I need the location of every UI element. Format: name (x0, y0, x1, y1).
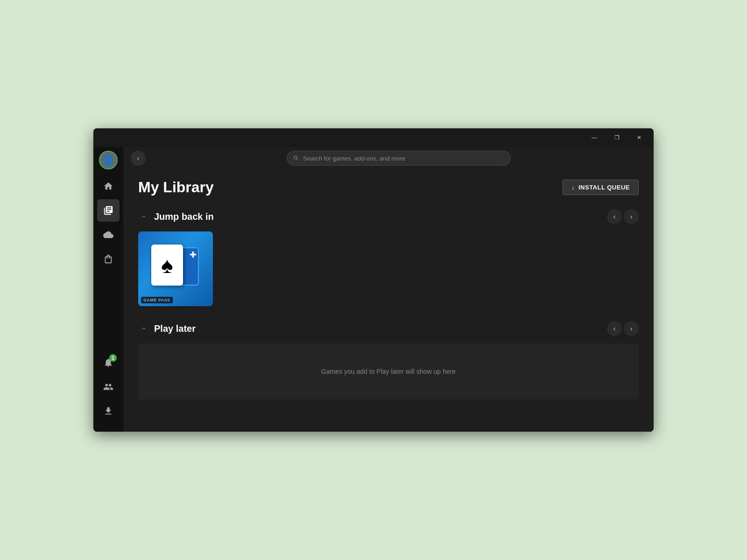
maximize-button[interactable]: ❐ (606, 130, 627, 145)
minimize-button[interactable]: — (584, 130, 605, 145)
search-bar[interactable]: Search for games, add-ons, and more (287, 151, 511, 166)
sidebar-item-store[interactable] (97, 248, 120, 270)
section-title-group-jump: Jump back in (138, 211, 214, 222)
library-icon (103, 205, 113, 216)
header-bar: ‹ Search for games, add-ons, and more (123, 147, 654, 169)
play-later-empty-message: Games you add to Play later will show up… (321, 368, 456, 375)
section-nav-play-later: ‹ › (607, 321, 639, 336)
collapse-jump-button[interactable] (138, 211, 149, 222)
sidebar-item-notifications[interactable]: 1 (97, 351, 120, 374)
sidebar-item-cloud[interactable] (97, 224, 120, 246)
collapse-play-later-button[interactable] (138, 323, 149, 334)
play-later-title: Play later (154, 323, 196, 334)
next-play-later-button[interactable]: › (624, 321, 639, 336)
main-content: My Library ↓ INSTALL QUEUE (123, 169, 654, 432)
home-icon (103, 181, 113, 191)
back-icon: ‹ (137, 154, 140, 162)
game-card-solitaire[interactable]: ✚ ♠ GAME PASS (138, 231, 213, 306)
section-header-play-later: Play later ‹ › (138, 321, 639, 336)
app-window: — ❐ ✕ 👤 (93, 128, 654, 432)
sidebar-item-library[interactable] (97, 199, 120, 222)
page-header: My Library ↓ INSTALL QUEUE (138, 179, 639, 196)
card-white-front: ♠ (151, 245, 183, 286)
avatar-image: 👤 (100, 152, 117, 168)
solitaire-artwork: ✚ ♠ (138, 231, 213, 306)
games-row-jump: ✚ ♠ GAME PASS (138, 231, 639, 306)
title-bar: — ❐ ✕ (93, 128, 654, 147)
install-queue-label: INSTALL QUEUE (578, 184, 630, 191)
search-placeholder: Search for games, add-ons, and more (303, 155, 405, 162)
app-body: 👤 (93, 147, 654, 432)
back-button[interactable]: ‹ (131, 151, 146, 166)
friends-icon (103, 382, 113, 392)
close-button[interactable]: ✕ (628, 130, 650, 145)
next-jump-button[interactable]: › (624, 209, 639, 224)
spade-symbol: ♠ (161, 252, 173, 278)
install-queue-icon: ↓ (571, 184, 575, 191)
sidebar-top: 👤 (97, 151, 120, 351)
sidebar-item-home[interactable] (97, 175, 120, 197)
sidebar-item-friends[interactable] (97, 376, 120, 398)
title-bar-controls: — ❐ ✕ (584, 130, 650, 145)
play-later-empty-state: Games you add to Play later will show up… (138, 343, 639, 399)
store-icon (103, 254, 113, 264)
sidebar-bottom: 1 (97, 351, 120, 428)
collapse-play-later-icon (141, 325, 147, 332)
content-area: ‹ Search for games, add-ons, and more My… (123, 147, 654, 432)
next-play-later-icon: › (630, 325, 633, 332)
play-later-section: Play later ‹ › Games you add to Pl (138, 321, 639, 399)
section-header-jump: Jump back in ‹ › (138, 209, 639, 224)
page-title: My Library (138, 179, 214, 196)
prev-jump-button[interactable]: ‹ (607, 209, 622, 224)
cloud-icon (103, 230, 113, 240)
user-avatar[interactable]: 👤 (99, 151, 118, 169)
collapse-icon (141, 213, 147, 220)
install-queue-button[interactable]: ↓ INSTALL QUEUE (563, 180, 639, 195)
search-icon (293, 155, 299, 161)
sidebar-item-download[interactable] (97, 400, 120, 422)
prev-play-later-icon: ‹ (613, 325, 616, 332)
section-title-group-play-later: Play later (138, 323, 196, 334)
notification-badge: 1 (109, 354, 117, 362)
jump-back-in-section: Jump back in ‹ › (138, 209, 639, 306)
jump-back-in-title: Jump back in (154, 211, 214, 222)
sidebar: 👤 (93, 147, 123, 432)
game-pass-badge: GAME PASS (141, 297, 173, 303)
prev-arrow-icon: ‹ (613, 213, 616, 220)
next-arrow-icon: › (630, 213, 633, 220)
plus-symbol: ✚ (190, 250, 197, 260)
download-icon (103, 406, 113, 416)
section-nav-jump: ‹ › (607, 209, 639, 224)
prev-play-later-button[interactable]: ‹ (607, 321, 622, 336)
